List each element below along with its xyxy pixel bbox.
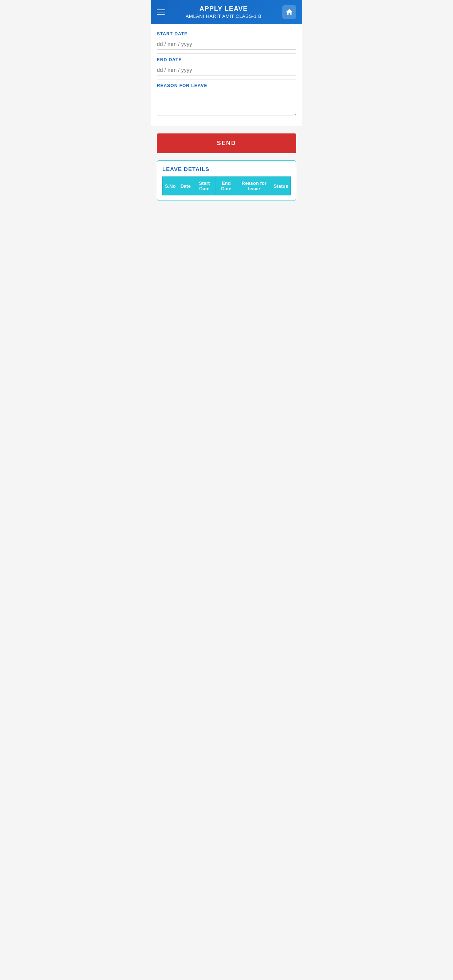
- reason-field: REASON FOR LEAVE: [157, 83, 296, 116]
- start-date-input[interactable]: [157, 39, 296, 49]
- col-date: Date: [178, 177, 193, 196]
- leave-details-card: LEAVE DETAILS S.No Date Start Date End D…: [157, 161, 296, 201]
- col-start-date: Start Date: [193, 177, 215, 196]
- send-button[interactable]: SEND: [157, 134, 296, 153]
- leave-details-title: LEAVE DETAILS: [162, 166, 291, 172]
- start-date-label: START DATE: [157, 31, 296, 37]
- divider-2: [157, 79, 296, 80]
- leave-table: S.No Date Start Date End Date Reason for…: [162, 177, 291, 196]
- page-subtitle: AMLANI HARIT AMIT CLASS-1 B: [165, 13, 282, 19]
- reason-label: REASON FOR LEAVE: [157, 83, 296, 88]
- divider-1: [157, 53, 296, 54]
- start-date-field: START DATE: [157, 31, 296, 49]
- col-end-date: End Date: [215, 177, 237, 196]
- end-date-input[interactable]: [157, 65, 296, 75]
- header: APPLY LEAVE AMLANI HARIT AMIT CLASS-1 B: [151, 0, 302, 24]
- table-header: S.No Date Start Date End Date Reason for…: [163, 177, 291, 196]
- col-status: Status: [271, 177, 291, 196]
- leave-form: START DATE END DATE REASON FOR LEAVE: [151, 24, 302, 126]
- page-title: APPLY LEAVE: [165, 5, 282, 13]
- table-header-row: S.No Date Start Date End Date Reason for…: [163, 177, 291, 196]
- header-title-block: APPLY LEAVE AMLANI HARIT AMIT CLASS-1 B: [165, 5, 282, 19]
- col-sno: S.No: [163, 177, 179, 196]
- end-date-field: END DATE: [157, 57, 296, 75]
- menu-icon[interactable]: [157, 10, 165, 14]
- col-reason: Reason for leave: [237, 177, 271, 196]
- end-date-label: END DATE: [157, 57, 296, 62]
- reason-textarea[interactable]: [157, 91, 296, 116]
- home-icon[interactable]: [282, 5, 296, 19]
